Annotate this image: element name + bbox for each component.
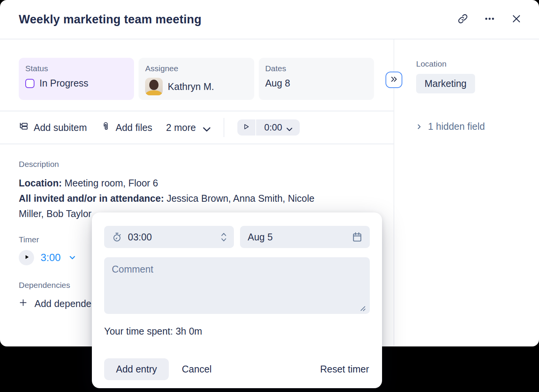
comment-field-wrap [104,257,370,315]
task-title: Weekly marketing team meeting [19,13,457,26]
divider [224,118,224,137]
close-icon [511,13,522,26]
description-line: Location: Meeting room, Floor 6 [19,175,375,191]
add-files-button[interactable]: Add files [101,121,152,134]
chevron-down-icon [202,124,208,131]
date-input-value: Aug 5 [248,232,273,243]
assignee-label: Assignee [145,64,247,73]
dates-field[interactable]: Dates Aug 8 [259,58,374,100]
page-background: Weekly marketing team meeting [0,0,539,392]
link-icon [457,13,468,26]
more-actions-dropdown[interactable]: 2 more [166,122,208,133]
header-actions [457,14,522,25]
status-checkbox-icon[interactable] [25,79,34,88]
double-chevron-right-icon [390,75,398,85]
timer-value-dropdown[interactable]: 0:00 [256,119,300,136]
toolbar-timer-value: 0:00 [264,122,282,133]
time-entry-dialog: 03:00 Aug 5 [92,212,382,388]
field-cards-row: Status In Progress Assignee Kathryn M [0,39,394,100]
status-field[interactable]: Status In Progress [19,58,134,100]
location-tag[interactable]: Marketing [416,74,475,93]
chevron-down-icon [286,125,291,131]
cancel-button[interactable]: Cancel [182,364,212,375]
add-subitem-label: Add subitem [34,122,87,133]
hidden-fields-toggle[interactable]: 1 hidden field [416,121,525,132]
chevron-down-icon[interactable] [69,254,76,261]
status-label: Status [25,64,127,73]
description-line: All invited and/or in attendance: Jessic… [19,191,375,206]
copy-link-button[interactable] [457,14,469,25]
subitem-icon [19,121,29,134]
task-header: Weekly marketing team meeting [0,0,539,39]
assignee-value: Kathryn M. [168,81,214,92]
ellipsis-icon [484,13,495,26]
dialog-actions: Add entry Cancel Reset timer [104,358,370,380]
dates-value: Aug 8 [265,78,290,89]
toolbar-timer: 0:00 [237,119,300,136]
collapse-sidebar-button[interactable] [385,72,402,88]
calendar-icon[interactable] [351,231,363,243]
status-value: In Progress [39,78,88,89]
toolbar: Add subitem Add files 2 more [0,111,394,144]
stepper-icon[interactable] [220,232,227,243]
timer-value[interactable]: 3:00 [41,252,61,264]
avatar [145,78,163,95]
more-actions-label: 2 more [166,122,196,133]
add-files-label: Add files [116,122,152,133]
description-label: Description [19,160,375,169]
timer-play-button[interactable] [237,119,255,136]
details-sidebar: Location Marketing 1 hidden field [394,39,539,346]
timer-start-button[interactable] [19,250,34,265]
add-entry-button[interactable]: Add entry [104,358,169,380]
paperclip-icon [101,121,111,134]
add-subitem-button[interactable]: Add subitem [19,121,87,134]
description-section: Description Location: Meeting room, Floo… [0,144,394,221]
dates-label: Dates [265,64,368,73]
hidden-fields-label: 1 hidden field [428,121,485,132]
resize-handle-icon[interactable] [360,305,366,312]
stopwatch-icon [112,232,122,242]
time-input[interactable]: 03:00 [104,226,234,248]
time-spent-text: Your time spent: 3h 0m [104,326,370,337]
reset-timer-button[interactable]: Reset timer [320,364,369,375]
close-button[interactable] [511,14,522,25]
play-icon [242,123,250,132]
assignee-field[interactable]: Assignee Kathryn M. [139,58,254,100]
time-input-value: 03:00 [128,232,152,243]
more-options-button[interactable] [484,14,495,25]
comment-input[interactable] [104,257,370,314]
chevron-right-icon [416,121,422,132]
play-icon [23,254,30,261]
plus-icon [19,298,28,309]
date-input[interactable]: Aug 5 [240,226,370,248]
location-label: Location [416,59,525,69]
